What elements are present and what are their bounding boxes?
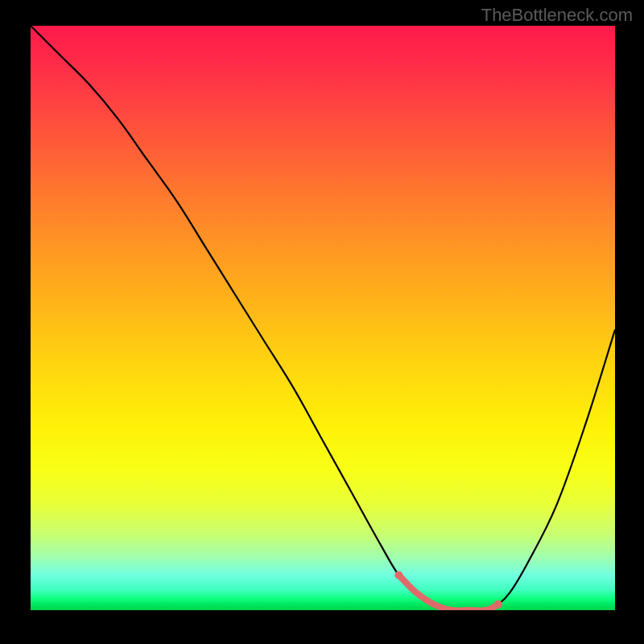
plot-area	[31, 26, 615, 610]
curve-svg	[31, 26, 615, 610]
watermark-text: TheBottleneck.com	[481, 5, 633, 26]
highlight-end-dot	[494, 601, 502, 609]
bottleneck-curve	[31, 26, 615, 610]
optimal-zone-highlight	[398, 575, 497, 610]
highlight-start-dot	[394, 571, 402, 579]
